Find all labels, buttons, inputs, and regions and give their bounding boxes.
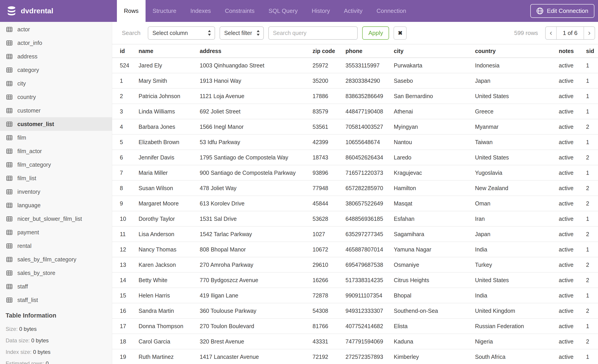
column-header-address[interactable]: address bbox=[200, 48, 313, 54]
sidebar-item-sales-by-store[interactable]: sales_by_store bbox=[0, 266, 112, 280]
cell-sid[interactable]: 2 bbox=[586, 338, 598, 345]
cell-sid[interactable]: 2 bbox=[586, 308, 598, 314]
cell-phone[interactable]: 407752414682 bbox=[346, 323, 394, 330]
cell-sid[interactable]: 1 bbox=[586, 93, 598, 99]
cell-city[interactable]: Sagamihara bbox=[394, 231, 475, 237]
cell-address[interactable]: 1003 Qinhuangdao Street bbox=[200, 62, 313, 69]
cell-city[interactable]: Osmaniye bbox=[394, 262, 475, 268]
cell-address[interactable]: 692 Joliet Street bbox=[200, 108, 313, 115]
sidebar-item-sales-by-film-category[interactable]: sales_by_film_category bbox=[0, 253, 112, 266]
cell-id[interactable]: 15 bbox=[120, 292, 139, 299]
cell-id[interactable]: 5 bbox=[120, 139, 139, 146]
cell-notes[interactable]: active bbox=[559, 108, 586, 115]
table-row[interactable]: 2Patricia Johnson1121 Loja Avenue1788683… bbox=[112, 89, 598, 104]
column-header-zip-code[interactable]: zip code bbox=[313, 48, 346, 54]
cell-address[interactable]: 613 Korolev Drive bbox=[200, 200, 313, 207]
table-row[interactable]: 16Sandra Martin360 Toulouse Parkway54308… bbox=[112, 303, 598, 319]
cell-notes[interactable]: active bbox=[559, 170, 586, 176]
cell-city[interactable]: Kragujevac bbox=[394, 170, 475, 176]
cell-zip-code[interactable]: 53628 bbox=[313, 216, 346, 222]
cell-name[interactable]: Elizabeth Brown bbox=[139, 139, 200, 146]
cell-city[interactable]: Esfahan bbox=[394, 216, 475, 222]
cell-notes[interactable]: active bbox=[559, 185, 586, 192]
tab-indexes[interactable]: Indexes bbox=[183, 0, 218, 22]
cell-phone[interactable]: 448477190408 bbox=[346, 108, 394, 115]
cell-zip-code[interactable]: 77948 bbox=[313, 185, 346, 192]
cell-sid[interactable]: 1 bbox=[586, 62, 598, 69]
cell-address[interactable]: 360 Toulouse Parkway bbox=[200, 308, 313, 314]
next-page-button[interactable]: › bbox=[584, 27, 595, 39]
edit-connection-button[interactable]: Edit Connection bbox=[530, 4, 594, 18]
table-row[interactable]: 19Ruth Martinez1417 Lancaster Avenue7219… bbox=[112, 349, 598, 364]
apply-button[interactable]: Apply bbox=[362, 26, 389, 40]
table-row[interactable]: 11Lisa Anderson1542 Tarlac Parkway102763… bbox=[112, 227, 598, 242]
cell-id[interactable]: 2 bbox=[120, 93, 139, 99]
cell-city[interactable]: Citrus Heights bbox=[394, 277, 475, 283]
sidebar-item-actor-info[interactable]: actor_info bbox=[0, 36, 112, 50]
cell-name[interactable]: Linda Williams bbox=[139, 108, 200, 115]
cell-address[interactable]: 1795 Santiago de Compostela Way bbox=[200, 154, 313, 161]
cell-notes[interactable]: active bbox=[559, 231, 586, 237]
sidebar-item-actor[interactable]: actor bbox=[0, 23, 112, 36]
cell-address[interactable]: 1566 Inegl Manor bbox=[200, 124, 313, 130]
cell-zip-code[interactable]: 29610 bbox=[313, 262, 346, 268]
cell-id[interactable]: 11 bbox=[120, 231, 139, 237]
table-row[interactable]: 10Dorothy Taylor1531 Sal Drive5362864885… bbox=[112, 211, 598, 227]
cell-zip-code[interactable]: 25972 bbox=[313, 62, 346, 69]
cell-city[interactable]: Yamuna Nagar bbox=[394, 246, 475, 253]
cell-address[interactable]: 1913 Hanoi Way bbox=[200, 78, 313, 84]
cell-sid[interactable]: 1 bbox=[586, 139, 598, 146]
select-column-dropdown[interactable]: Select column bbox=[148, 26, 215, 40]
cell-phone[interactable]: 838635286649 bbox=[346, 93, 394, 99]
cell-notes[interactable]: active bbox=[559, 200, 586, 207]
cell-zip-code[interactable]: 81766 bbox=[313, 323, 346, 330]
cell-city[interactable]: Nantou bbox=[394, 139, 475, 146]
cell-sid[interactable]: 2 bbox=[586, 200, 598, 207]
cell-id[interactable]: 4 bbox=[120, 124, 139, 130]
cell-address[interactable]: 320 Brest Avenue bbox=[200, 338, 313, 345]
cell-sid[interactable]: 2 bbox=[586, 124, 598, 130]
cell-country[interactable]: India bbox=[475, 292, 559, 299]
tab-history[interactable]: History bbox=[305, 0, 337, 22]
cell-city[interactable]: Kaduna bbox=[394, 338, 475, 345]
cell-country[interactable]: United States bbox=[475, 277, 559, 283]
table-row[interactable]: 12Nancy Thomas808 Bhopal Manor1067246588… bbox=[112, 242, 598, 257]
cell-zip-code[interactable]: 18743 bbox=[313, 154, 346, 161]
cell-name[interactable]: Donna Thompson bbox=[139, 323, 200, 330]
table-row[interactable]: 17Donna Thompson270 Toulon Boulevard8176… bbox=[112, 319, 598, 334]
cell-name[interactable]: Jared Ely bbox=[139, 62, 200, 69]
cell-city[interactable]: Southend-on-Sea bbox=[394, 308, 475, 314]
cell-phone[interactable]: 517338314235 bbox=[346, 277, 394, 283]
cell-sid[interactable]: 1 bbox=[586, 246, 598, 253]
cell-country[interactable]: Myanmar bbox=[475, 124, 559, 130]
column-header-phone[interactable]: phone bbox=[346, 48, 394, 54]
search-query-input[interactable] bbox=[268, 26, 358, 40]
cell-city[interactable]: Myingyan bbox=[394, 124, 475, 130]
table-row[interactable]: 8Susan Wilson478 Joliet Way7794865728228… bbox=[112, 181, 598, 196]
cell-id[interactable]: 9 bbox=[120, 200, 139, 207]
cell-address[interactable]: 53 Idfu Parkway bbox=[200, 139, 313, 146]
cell-zip-code[interactable]: 53561 bbox=[313, 124, 346, 130]
cell-sid[interactable]: 1 bbox=[586, 170, 598, 176]
cell-notes[interactable]: active bbox=[559, 93, 586, 99]
sidebar-item-staff-list[interactable]: staff_list bbox=[0, 293, 112, 307]
cell-name[interactable]: Patricia Johnson bbox=[139, 93, 200, 99]
cell-sid[interactable]: 1 bbox=[586, 108, 598, 115]
table-row[interactable]: 4Barbara Jones1566 Inegl Manor5356170581… bbox=[112, 119, 598, 135]
cell-id[interactable]: 19 bbox=[120, 354, 139, 360]
cell-notes[interactable]: active bbox=[559, 124, 586, 130]
column-header-id[interactable]: id bbox=[120, 48, 139, 54]
cell-notes[interactable]: active bbox=[559, 262, 586, 268]
cell-sid[interactable]: 2 bbox=[586, 262, 598, 268]
table-row[interactable]: 14Betty White770 Bydgoszcz Avenue1626651… bbox=[112, 273, 598, 288]
cell-sid[interactable]: 2 bbox=[586, 231, 598, 237]
cell-country[interactable]: Iran bbox=[475, 216, 559, 222]
cell-name[interactable]: Ruth Martinez bbox=[139, 354, 200, 360]
cell-zip-code[interactable]: 83579 bbox=[313, 108, 346, 115]
tab-rows[interactable]: Rows bbox=[117, 0, 146, 22]
cell-city[interactable]: Kimberley bbox=[394, 354, 475, 360]
sidebar-item-inventory[interactable]: inventory bbox=[0, 185, 112, 198]
cell-name[interactable]: Nancy Thomas bbox=[139, 246, 200, 253]
cell-id[interactable]: 16 bbox=[120, 308, 139, 314]
cell-notes[interactable]: active bbox=[559, 216, 586, 222]
